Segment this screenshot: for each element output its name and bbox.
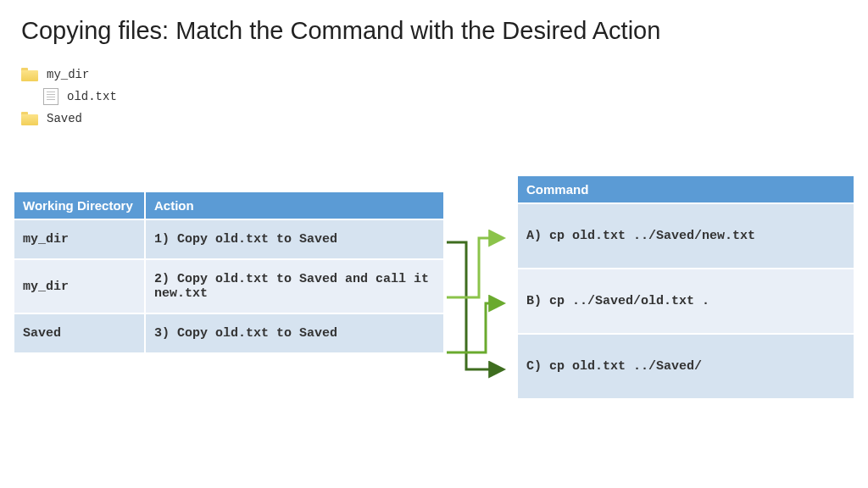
cell-action: 1) Copy old.txt to Saved — [145, 219, 444, 259]
cell-wd: Saved — [14, 313, 145, 353]
table-row: my_dir 1) Copy old.txt to Saved — [14, 219, 444, 259]
tree-folder-mydir: my_dir — [21, 64, 847, 86]
file-tree: my_dir old.txt Saved — [21, 64, 847, 130]
cell-action: 3) Copy old.txt to Saved — [145, 313, 444, 353]
table-row: Saved 3) Copy old.txt to Saved — [14, 313, 444, 353]
col-header-command: Command — [517, 175, 854, 203]
action-table: Working Directory Action my_dir 1) Copy … — [13, 191, 445, 354]
col-header-action: Action — [145, 191, 444, 219]
col-header-wd: Working Directory — [14, 191, 145, 219]
cmd-letter: C) — [526, 359, 542, 374]
table-row: my_dir 2) Copy old.txt to Saved and call… — [14, 259, 444, 313]
cmd-text: cp old.txt ../Saved/ — [549, 359, 702, 374]
cell-wd: my_dir — [14, 259, 145, 313]
cmd-text: cp old.txt ../Saved/new.txt — [549, 229, 755, 243]
table-row: C) cp old.txt ../Saved/ — [517, 334, 854, 399]
cell-command: B) cp ../Saved/old.txt . — [517, 269, 854, 334]
folder-icon — [21, 112, 38, 125]
page-title: Copying files: Match the Command with th… — [21, 17, 847, 45]
tree-label: old.txt — [67, 90, 117, 103]
folder-icon — [21, 68, 38, 81]
cmd-text: cp ../Saved/old.txt . — [549, 294, 709, 308]
cell-command: C) cp old.txt ../Saved/ — [517, 334, 854, 399]
tree-label: my_dir — [47, 68, 89, 81]
cell-action: 2) Copy old.txt to Saved and call it new… — [145, 259, 444, 313]
tree-folder-saved: Saved — [21, 108, 847, 130]
cmd-letter: A) — [526, 229, 542, 243]
table-row: B) cp ../Saved/old.txt . — [517, 269, 854, 334]
cmd-letter: B) — [526, 294, 542, 308]
tree-label: Saved — [47, 112, 82, 125]
cell-wd: my_dir — [14, 219, 145, 259]
command-table: Command A) cp old.txt ../Saved/new.txt B… — [516, 175, 855, 400]
file-icon — [43, 88, 58, 105]
cell-command: A) cp old.txt ../Saved/new.txt — [517, 203, 854, 269]
tree-file-oldtxt: old.txt — [21, 86, 847, 108]
table-row: A) cp old.txt ../Saved/new.txt — [517, 203, 854, 269]
